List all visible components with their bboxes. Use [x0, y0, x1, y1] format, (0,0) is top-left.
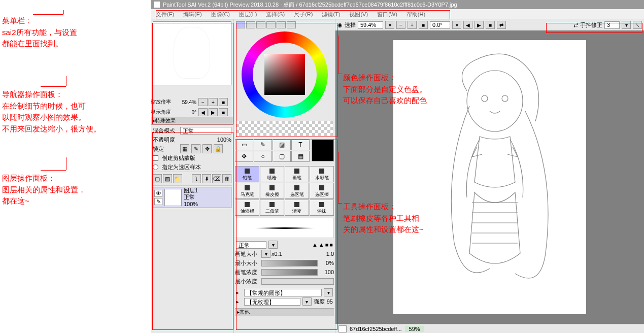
brush-eraser[interactable]: 橡皮擦	[260, 183, 284, 199]
color-square[interactable]	[264, 54, 305, 95]
edge-shape-1[interactable]: ▲	[312, 242, 318, 248]
edge-shape-2[interactable]: ▲	[319, 242, 324, 248]
angle-reset-button[interactable]: ■	[219, 108, 228, 116]
canvas-angle-right[interactable]: ▶	[474, 21, 484, 29]
clip-checkbox[interactable]	[153, 155, 158, 161]
stabilizer-line-icon[interactable]: ＼	[633, 21, 642, 29]
brush-gradient[interactable]: 渐变	[285, 199, 309, 216]
new-layer-icon[interactable]: ▢	[153, 174, 162, 183]
canvas-zoom-plus[interactable]: +	[408, 21, 417, 29]
brush-marker[interactable]: 马克笔	[235, 183, 259, 199]
menu-ruler[interactable]: 尺子(R)	[294, 11, 313, 18]
tool-hand[interactable]: ▦	[291, 151, 310, 162]
color-scratch-tab[interactable]	[287, 21, 296, 28]
shape-dropdown[interactable]: 【常规的圆形】	[244, 289, 322, 296]
fx-header[interactable]: ▸特殊效果	[151, 117, 233, 125]
shape-expand-icon[interactable]: ▸	[236, 289, 242, 296]
stabilizer-flip-icon[interactable]: ⇄	[573, 22, 578, 28]
shape-down-icon[interactable]: ▾	[324, 288, 333, 296]
tool-lasso[interactable]: ✎	[254, 139, 272, 150]
menu-edit[interactable]: 编辑(E)	[183, 11, 202, 18]
tool-text[interactable]: T	[291, 139, 310, 150]
canvas-zoom-down-icon[interactable]: ▾	[385, 21, 394, 29]
brush-mode-dropdown[interactable]: 正常	[236, 241, 266, 249]
canvas-angle-value[interactable]: 0.0°	[430, 21, 450, 29]
blend-dropdown[interactable]: 正常	[180, 127, 231, 135]
size-value[interactable]: 1.0	[283, 251, 334, 257]
color-wheel[interactable]	[242, 31, 328, 118]
swatch-area[interactable]	[236, 121, 333, 136]
footer-thumb[interactable]	[338, 325, 347, 332]
angle-right-button[interactable]: ▶	[209, 108, 218, 116]
brush-mode-down-icon[interactable]: ▾	[268, 241, 278, 249]
size-toggle[interactable]: ▾	[261, 250, 270, 258]
brush-pencil[interactable]: 铅笔	[235, 166, 259, 182]
current-color[interactable]	[312, 139, 334, 161]
merge-down-icon[interactable]: ⬇	[202, 174, 211, 183]
angle-left-button[interactable]: ◀	[198, 108, 208, 116]
layer-visibility-icon[interactable]: 👁	[154, 190, 162, 197]
canvas-angle-left[interactable]: ◀	[463, 21, 472, 29]
stabilizer-value[interactable]: 3	[604, 21, 620, 29]
canvas-flip[interactable]: ⇄	[497, 21, 506, 29]
color-rgb-tab[interactable]	[246, 21, 255, 28]
canvas-zoom-value[interactable]: 59.4%	[358, 21, 383, 29]
menu-file[interactable]: 文件(F)	[156, 11, 174, 18]
tool-rect-select[interactable]: ▭	[235, 139, 253, 150]
layer-item[interactable]: 👁 ✎ 图层1 正常 100%	[153, 187, 231, 208]
menu-select[interactable]: 选择(S)	[266, 11, 285, 18]
lock-pixel-icon[interactable]: ▦	[180, 144, 189, 153]
brush-bucket[interactable]: 油漆桶	[235, 199, 259, 216]
menu-window[interactable]: 窗口(W)	[377, 11, 397, 18]
brush-airbrush[interactable]: 喷枪	[260, 166, 284, 182]
color-wheel-tab[interactable]	[236, 21, 245, 28]
menu-image[interactable]: 图像(C)	[211, 11, 230, 18]
texture-expand-icon[interactable]: ▸	[236, 298, 242, 305]
delete-layer-icon[interactable]: 🗑	[222, 174, 231, 183]
transfer-down-icon[interactable]: ⤵	[192, 174, 201, 183]
zoom-minus-button[interactable]: −	[198, 98, 208, 106]
edge-shape-3[interactable]: ■	[325, 242, 329, 248]
menu-layer[interactable]: 图层(L)	[239, 11, 257, 18]
clear-layer-icon[interactable]: ⌫	[212, 174, 221, 183]
other-header[interactable]: ▸其他	[235, 308, 334, 316]
tool-magic-wand[interactable]: ▨	[273, 139, 291, 150]
menu-filter[interactable]: 滤镜(T)	[322, 11, 340, 18]
seltemplate-radio[interactable]	[153, 164, 158, 170]
texture-down-icon[interactable]: ▾	[302, 297, 312, 306]
canvas-zoom-minus[interactable]: −	[396, 21, 405, 29]
tool-rotate[interactable]: ▢	[273, 151, 291, 162]
canvas-zoom-reset[interactable]: ■	[419, 21, 428, 29]
menu-view[interactable]: 视图(V)	[349, 11, 368, 18]
brush-watercolor[interactable]: 水彩笔	[310, 166, 334, 182]
layer-edit-icon[interactable]: ✎	[154, 198, 162, 205]
navigator-thumbnail[interactable]	[153, 21, 231, 85]
color-mixer-tab[interactable]	[266, 21, 276, 28]
color-swatch-tab[interactable]	[277, 21, 286, 28]
lock-all-icon[interactable]: 🔒	[214, 144, 223, 153]
tool-zoom[interactable]: ○	[254, 151, 272, 162]
brush-smudge[interactable]: 涂抹	[310, 199, 334, 216]
stabilizer-down-icon[interactable]: ▾	[622, 21, 631, 29]
minsize-slider[interactable]	[261, 260, 318, 267]
texture-dropdown[interactable]: 【无纹理】	[244, 298, 300, 306]
canvas-angle-reset[interactable]: ■	[486, 21, 495, 29]
new-linework-icon[interactable]: ▨	[163, 174, 172, 183]
menu-help[interactable]: 帮助(H)	[406, 11, 425, 18]
brush-seleraser[interactable]: 选区擦	[310, 183, 334, 199]
zoom-reset-button[interactable]: ■	[219, 98, 228, 106]
zoom-plus-button[interactable]: +	[209, 98, 218, 106]
opacity-value[interactable]: 100%	[180, 137, 231, 143]
brush-selpen[interactable]: 选区笔	[285, 183, 309, 199]
brush-binary[interactable]: 二值笔	[260, 199, 284, 216]
new-folder-icon[interactable]: 📁	[173, 174, 182, 183]
color-hsv-tab[interactable]	[256, 21, 265, 28]
density-slider[interactable]	[261, 269, 318, 276]
tool-move[interactable]: ✥	[235, 151, 253, 162]
mindensity-slider[interactable]	[261, 278, 334, 285]
lock-move-icon[interactable]: ✥	[202, 144, 212, 153]
canvas-angle-down-icon[interactable]: ▾	[452, 21, 461, 29]
lock-paint-icon[interactable]: ✎	[191, 144, 200, 153]
brush-brush[interactable]: 画笔	[285, 166, 309, 182]
edge-shape-4[interactable]: ■	[329, 242, 333, 248]
